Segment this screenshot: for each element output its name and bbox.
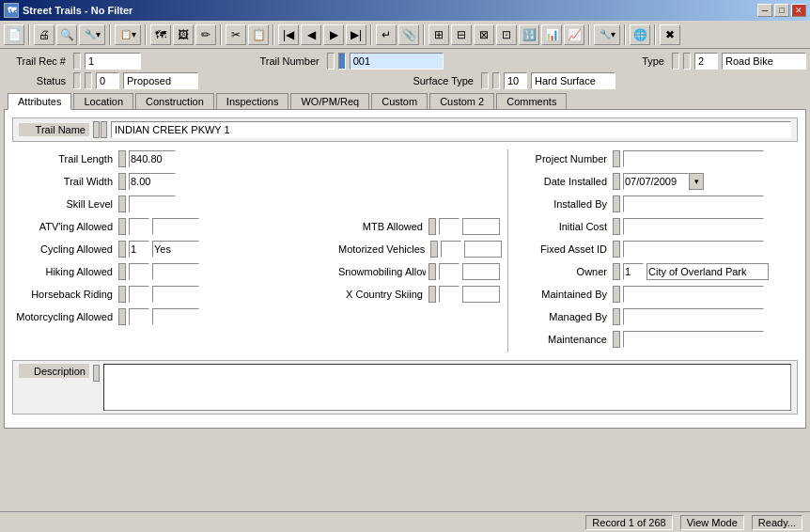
tab-location[interactable]: Location [73,93,133,110]
snowmobiling-code-input[interactable] [439,263,460,280]
trail-width-row: Trail Width [12,172,335,191]
cycling-row: Cycling Allowed [12,240,335,258]
atving-code-input[interactable] [129,218,149,235]
status-value-input[interactable] [123,72,198,89]
xc-skiing-val-input[interactable] [462,286,500,303]
motorized-code-input[interactable] [441,241,461,258]
toolbar-grid3-btn[interactable]: ⊠ [474,24,494,45]
tab-custom[interactable]: Custom [371,93,428,110]
toolbar-goto-btn[interactable]: ↵ [376,24,397,45]
toolbar-last-btn[interactable]: ▶| [346,24,366,45]
tab-construction[interactable]: Construction [135,93,214,110]
cycling-val-input[interactable] [152,241,199,258]
date-installed-row: Date Installed ▾ [516,172,798,191]
date-installed-marker [613,173,620,190]
toolbar-report-btn[interactable]: 📈 [564,24,584,45]
hiking-code-input[interactable] [129,263,149,280]
trail-rec-label: Trail Rec # [4,55,70,68]
trail-rec-marker [73,53,81,70]
toolbar-sep-8 [588,24,590,45]
snowmobiling-marker [428,263,436,280]
fixed-asset-marker [613,241,620,258]
tab-wo-pm-req[interactable]: WO/PM/Req [290,93,369,110]
owner-code-input[interactable] [623,263,644,280]
toolbar-img-btn[interactable]: 🖼 [173,24,194,45]
window-controls: ─ □ ✕ [757,4,806,17]
horseback-code-input[interactable] [129,286,149,303]
close-button[interactable]: ✕ [791,4,806,17]
toolbar-chart-btn[interactable]: 📊 [541,24,562,45]
toolbar-prev-btn[interactable]: ◀ [301,24,321,45]
tab-inspections[interactable]: Inspections [216,93,289,110]
horseback-val-input[interactable] [152,286,199,303]
maintained-by-input[interactable] [623,286,764,303]
toolbar-gis-btn[interactable]: 🌐 [630,24,650,45]
trail-number-input[interactable] [350,53,444,70]
toolbar-help-btn[interactable]: ✖ [660,24,680,45]
status-code-input[interactable] [96,72,119,89]
trail-rec-input[interactable] [85,53,141,70]
toolbar-edit-btn[interactable]: ✏ [195,24,216,45]
toolbar-filter-btn[interactable]: 🔧▾ [79,24,105,45]
initial-cost-input[interactable] [623,218,764,235]
trail-name-label: Trail Name [19,123,89,136]
toolbar-next-btn[interactable]: ▶ [323,24,344,45]
horseback-marker [118,286,126,303]
surface-value-input[interactable] [531,72,615,89]
tab-attributes[interactable]: Attributes [8,93,71,110]
type-value-input[interactable] [722,53,806,70]
toolbar-search-btn[interactable]: 🔍 [56,24,77,45]
main-window: Trail Rec # Trail Number Type Status Sur… [0,49,810,511]
mtb-row: MTB Allowed [338,217,500,236]
xc-skiing-code-input[interactable] [439,286,460,303]
skill-level-input[interactable] [129,196,176,212]
minimize-button[interactable]: ─ [757,4,772,17]
installed-by-input[interactable] [623,196,764,212]
date-picker-btn[interactable]: ▾ [689,173,704,190]
status-bar: Record 1 of 268 View Mode Ready... [0,511,810,532]
motorcycling-val-input[interactable] [152,308,199,325]
hiking-val-input[interactable] [152,263,199,280]
managed-by-input[interactable] [623,308,764,325]
tab-content-attributes: Trail Name Trail Length [4,109,806,429]
toolbar-cut-btn[interactable]: ✂ [226,24,246,45]
trail-length-input[interactable] [129,150,176,167]
type-code-input[interactable] [694,53,718,70]
toolbar-calc-btn[interactable]: 🔢 [519,24,539,45]
trail-width-input[interactable] [129,173,176,190]
cycling-code-input[interactable] [129,241,149,258]
trail-number-marker1 [327,53,335,70]
atving-val-input[interactable] [152,218,199,235]
date-installed-input[interactable] [623,173,689,190]
toolbar-grid4-btn[interactable]: ⊡ [496,24,517,45]
fixed-asset-input[interactable] [623,241,764,258]
tab-comments[interactable]: Comments [496,93,567,110]
description-textarea[interactable] [103,364,791,411]
toolbar-first-btn[interactable]: |◀ [278,24,299,45]
mtb-code-input[interactable] [439,218,460,235]
toolbar-grid2-btn[interactable]: ⊟ [451,24,472,45]
toolbar-view-btn[interactable]: 📋▾ [115,24,141,45]
toolbar-attach-btn[interactable]: 📎 [398,24,419,45]
project-number-marker [613,150,620,167]
toolbar-copy-btn[interactable]: 📋 [248,24,269,45]
toolbar-file-btn[interactable]: 📄 [4,24,24,45]
hiking-marker [118,263,126,280]
snowmobiling-val-input[interactable] [462,263,500,280]
status-marker1 [73,72,81,89]
project-number-input[interactable] [623,150,764,167]
mtb-val-input[interactable] [462,218,500,235]
tab-custom2[interactable]: Custom 2 [429,93,494,110]
maintenance-input[interactable] [623,331,764,348]
motorized-val-input[interactable] [464,241,502,258]
trail-name-input[interactable] [111,121,791,138]
toolbar-print-btn[interactable]: 🖨 [34,24,55,45]
motorcycling-code-input[interactable] [129,308,149,325]
toolbar-grid-btn[interactable]: ⊞ [428,24,449,45]
surface-code-input[interactable] [504,72,527,89]
toolbar-map-btn[interactable]: 🗺 [150,24,171,45]
tab-area: Attributes Location Construction Inspect… [4,92,806,429]
maximize-button[interactable]: □ [774,4,789,17]
owner-val-input[interactable] [646,263,769,280]
toolbar-tools-btn[interactable]: 🔧▾ [594,24,620,45]
